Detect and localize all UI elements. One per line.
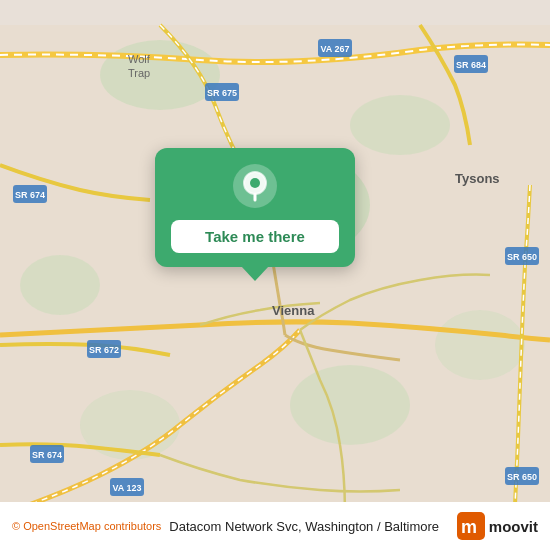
svg-text:Vienna: Vienna <box>272 303 315 318</box>
svg-text:m: m <box>461 517 477 537</box>
moovit-icon: m <box>457 512 485 540</box>
svg-text:SR 675: SR 675 <box>207 88 237 98</box>
attribution-prefix: © <box>12 520 23 532</box>
moovit-text: moovit <box>489 518 538 535</box>
openstreetmap-link[interactable]: OpenStreetMap <box>23 520 101 532</box>
svg-text:Trap: Trap <box>128 67 150 79</box>
location-pin-icon <box>233 164 277 208</box>
svg-text:SR 674: SR 674 <box>32 450 62 460</box>
popup-card: Take me there <box>155 148 355 267</box>
svg-text:SR 650: SR 650 <box>507 472 537 482</box>
take-me-there-button[interactable]: Take me there <box>171 220 339 253</box>
attribution: © OpenStreetMap contributors <box>12 520 161 532</box>
svg-point-5 <box>435 310 525 380</box>
svg-point-4 <box>20 255 100 315</box>
svg-point-3 <box>350 95 450 155</box>
bottom-bar: © OpenStreetMap contributors Datacom Net… <box>0 502 550 550</box>
moovit-logo: m moovit <box>457 512 538 540</box>
map-container: Tysons Vienna Wolf Trap SR 675 VA 267 SR… <box>0 0 550 550</box>
svg-text:VA 267: VA 267 <box>320 44 349 54</box>
svg-point-6 <box>290 365 410 445</box>
svg-text:Tysons: Tysons <box>455 171 500 186</box>
svg-text:SR 672: SR 672 <box>89 345 119 355</box>
svg-text:SR 684: SR 684 <box>456 60 486 70</box>
svg-point-31 <box>250 178 260 188</box>
map-background: Tysons Vienna Wolf Trap SR 675 VA 267 SR… <box>0 0 550 550</box>
svg-text:SR 650: SR 650 <box>507 252 537 262</box>
svg-text:SR 674: SR 674 <box>15 190 45 200</box>
svg-text:Wolf: Wolf <box>128 53 151 65</box>
location-name: Datacom Network Svc, Washington / Baltim… <box>169 519 456 534</box>
svg-text:VA 123: VA 123 <box>112 483 141 493</box>
attribution-suffix: contributors <box>101 520 162 532</box>
